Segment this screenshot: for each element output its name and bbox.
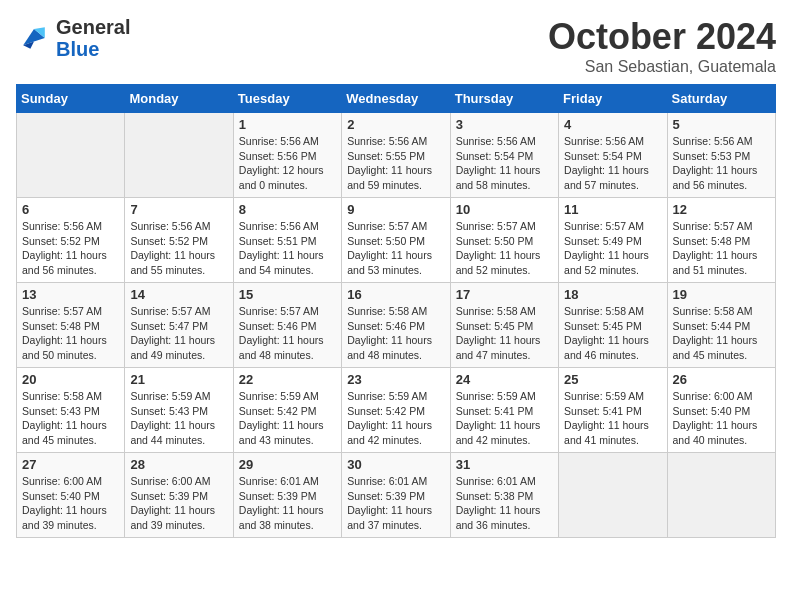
- day-info: Sunrise: 5:59 AMSunset: 5:42 PMDaylight:…: [347, 389, 444, 448]
- calendar-cell: 4Sunrise: 5:56 AMSunset: 5:54 PMDaylight…: [559, 113, 667, 198]
- calendar-cell: 17Sunrise: 5:58 AMSunset: 5:45 PMDayligh…: [450, 283, 558, 368]
- calendar-cell: 25Sunrise: 5:59 AMSunset: 5:41 PMDayligh…: [559, 368, 667, 453]
- day-info: Sunrise: 6:00 AMSunset: 5:40 PMDaylight:…: [22, 474, 119, 533]
- day-info: Sunrise: 6:01 AMSunset: 5:38 PMDaylight:…: [456, 474, 553, 533]
- day-number: 20: [22, 372, 119, 387]
- calendar-week-3: 13Sunrise: 5:57 AMSunset: 5:48 PMDayligh…: [17, 283, 776, 368]
- weekday-header-thursday: Thursday: [450, 85, 558, 113]
- calendar-cell: 27Sunrise: 6:00 AMSunset: 5:40 PMDayligh…: [17, 453, 125, 538]
- calendar-cell: 10Sunrise: 5:57 AMSunset: 5:50 PMDayligh…: [450, 198, 558, 283]
- calendar-cell: 29Sunrise: 6:01 AMSunset: 5:39 PMDayligh…: [233, 453, 341, 538]
- day-info: Sunrise: 5:56 AMSunset: 5:56 PMDaylight:…: [239, 134, 336, 193]
- day-info: Sunrise: 5:56 AMSunset: 5:55 PMDaylight:…: [347, 134, 444, 193]
- calendar-cell: 13Sunrise: 5:57 AMSunset: 5:48 PMDayligh…: [17, 283, 125, 368]
- title-area: October 2024 San Sebastian, Guatemala: [548, 16, 776, 76]
- calendar-cell: 21Sunrise: 5:59 AMSunset: 5:43 PMDayligh…: [125, 368, 233, 453]
- day-info: Sunrise: 5:57 AMSunset: 5:50 PMDaylight:…: [456, 219, 553, 278]
- weekday-header-wednesday: Wednesday: [342, 85, 450, 113]
- weekday-header-monday: Monday: [125, 85, 233, 113]
- calendar-week-5: 27Sunrise: 6:00 AMSunset: 5:40 PMDayligh…: [17, 453, 776, 538]
- calendar-cell: 30Sunrise: 6:01 AMSunset: 5:39 PMDayligh…: [342, 453, 450, 538]
- day-number: 2: [347, 117, 444, 132]
- day-number: 3: [456, 117, 553, 132]
- calendar: SundayMondayTuesdayWednesdayThursdayFrid…: [16, 84, 776, 538]
- logo-bird-icon: [16, 20, 52, 56]
- day-info: Sunrise: 5:56 AMSunset: 5:53 PMDaylight:…: [673, 134, 770, 193]
- calendar-cell: 22Sunrise: 5:59 AMSunset: 5:42 PMDayligh…: [233, 368, 341, 453]
- day-info: Sunrise: 5:57 AMSunset: 5:50 PMDaylight:…: [347, 219, 444, 278]
- day-number: 19: [673, 287, 770, 302]
- weekday-header-tuesday: Tuesday: [233, 85, 341, 113]
- day-info: Sunrise: 5:56 AMSunset: 5:52 PMDaylight:…: [130, 219, 227, 278]
- day-number: 4: [564, 117, 661, 132]
- calendar-cell: 11Sunrise: 5:57 AMSunset: 5:49 PMDayligh…: [559, 198, 667, 283]
- calendar-cell: 2Sunrise: 5:56 AMSunset: 5:55 PMDaylight…: [342, 113, 450, 198]
- day-number: 18: [564, 287, 661, 302]
- day-number: 28: [130, 457, 227, 472]
- day-info: Sunrise: 5:59 AMSunset: 5:41 PMDaylight:…: [564, 389, 661, 448]
- day-number: 29: [239, 457, 336, 472]
- day-info: Sunrise: 5:56 AMSunset: 5:54 PMDaylight:…: [564, 134, 661, 193]
- day-info: Sunrise: 6:00 AMSunset: 5:40 PMDaylight:…: [673, 389, 770, 448]
- day-info: Sunrise: 5:56 AMSunset: 5:51 PMDaylight:…: [239, 219, 336, 278]
- day-number: 21: [130, 372, 227, 387]
- calendar-cell: 18Sunrise: 5:58 AMSunset: 5:45 PMDayligh…: [559, 283, 667, 368]
- day-number: 5: [673, 117, 770, 132]
- calendar-cell: 8Sunrise: 5:56 AMSunset: 5:51 PMDaylight…: [233, 198, 341, 283]
- day-info: Sunrise: 5:59 AMSunset: 5:42 PMDaylight:…: [239, 389, 336, 448]
- calendar-cell: [559, 453, 667, 538]
- day-info: Sunrise: 5:58 AMSunset: 5:43 PMDaylight:…: [22, 389, 119, 448]
- day-info: Sunrise: 6:00 AMSunset: 5:39 PMDaylight:…: [130, 474, 227, 533]
- day-number: 24: [456, 372, 553, 387]
- day-info: Sunrise: 5:57 AMSunset: 5:47 PMDaylight:…: [130, 304, 227, 363]
- calendar-cell: 1Sunrise: 5:56 AMSunset: 5:56 PMDaylight…: [233, 113, 341, 198]
- day-info: Sunrise: 5:57 AMSunset: 5:48 PMDaylight:…: [673, 219, 770, 278]
- day-info: Sunrise: 5:56 AMSunset: 5:52 PMDaylight:…: [22, 219, 119, 278]
- calendar-cell: 26Sunrise: 6:00 AMSunset: 5:40 PMDayligh…: [667, 368, 775, 453]
- logo-general: General: [56, 16, 130, 38]
- calendar-cell: 16Sunrise: 5:58 AMSunset: 5:46 PMDayligh…: [342, 283, 450, 368]
- location: San Sebastian, Guatemala: [548, 58, 776, 76]
- calendar-cell: [125, 113, 233, 198]
- day-info: Sunrise: 5:56 AMSunset: 5:54 PMDaylight:…: [456, 134, 553, 193]
- day-number: 14: [130, 287, 227, 302]
- day-info: Sunrise: 5:57 AMSunset: 5:49 PMDaylight:…: [564, 219, 661, 278]
- day-info: Sunrise: 5:58 AMSunset: 5:45 PMDaylight:…: [456, 304, 553, 363]
- day-info: Sunrise: 6:01 AMSunset: 5:39 PMDaylight:…: [239, 474, 336, 533]
- calendar-cell: 9Sunrise: 5:57 AMSunset: 5:50 PMDaylight…: [342, 198, 450, 283]
- day-info: Sunrise: 5:58 AMSunset: 5:44 PMDaylight:…: [673, 304, 770, 363]
- day-info: Sunrise: 5:57 AMSunset: 5:46 PMDaylight:…: [239, 304, 336, 363]
- calendar-week-4: 20Sunrise: 5:58 AMSunset: 5:43 PMDayligh…: [17, 368, 776, 453]
- day-number: 25: [564, 372, 661, 387]
- logo-text: General Blue: [56, 16, 130, 60]
- day-number: 10: [456, 202, 553, 217]
- calendar-cell: 7Sunrise: 5:56 AMSunset: 5:52 PMDaylight…: [125, 198, 233, 283]
- calendar-cell: 19Sunrise: 5:58 AMSunset: 5:44 PMDayligh…: [667, 283, 775, 368]
- calendar-cell: 3Sunrise: 5:56 AMSunset: 5:54 PMDaylight…: [450, 113, 558, 198]
- calendar-cell: 14Sunrise: 5:57 AMSunset: 5:47 PMDayligh…: [125, 283, 233, 368]
- day-number: 9: [347, 202, 444, 217]
- calendar-cell: 15Sunrise: 5:57 AMSunset: 5:46 PMDayligh…: [233, 283, 341, 368]
- day-number: 7: [130, 202, 227, 217]
- day-number: 15: [239, 287, 336, 302]
- calendar-cell: 12Sunrise: 5:57 AMSunset: 5:48 PMDayligh…: [667, 198, 775, 283]
- day-number: 8: [239, 202, 336, 217]
- day-number: 23: [347, 372, 444, 387]
- calendar-cell: 28Sunrise: 6:00 AMSunset: 5:39 PMDayligh…: [125, 453, 233, 538]
- day-number: 12: [673, 202, 770, 217]
- day-number: 22: [239, 372, 336, 387]
- day-number: 31: [456, 457, 553, 472]
- day-info: Sunrise: 5:57 AMSunset: 5:48 PMDaylight:…: [22, 304, 119, 363]
- day-number: 13: [22, 287, 119, 302]
- logo-blue: Blue: [56, 38, 99, 60]
- day-info: Sunrise: 5:58 AMSunset: 5:45 PMDaylight:…: [564, 304, 661, 363]
- calendar-cell: 24Sunrise: 5:59 AMSunset: 5:41 PMDayligh…: [450, 368, 558, 453]
- month-title: October 2024: [548, 16, 776, 58]
- day-number: 27: [22, 457, 119, 472]
- day-number: 11: [564, 202, 661, 217]
- calendar-cell: [667, 453, 775, 538]
- logo: General Blue: [16, 16, 130, 60]
- calendar-week-1: 1Sunrise: 5:56 AMSunset: 5:56 PMDaylight…: [17, 113, 776, 198]
- day-number: 30: [347, 457, 444, 472]
- calendar-cell: [17, 113, 125, 198]
